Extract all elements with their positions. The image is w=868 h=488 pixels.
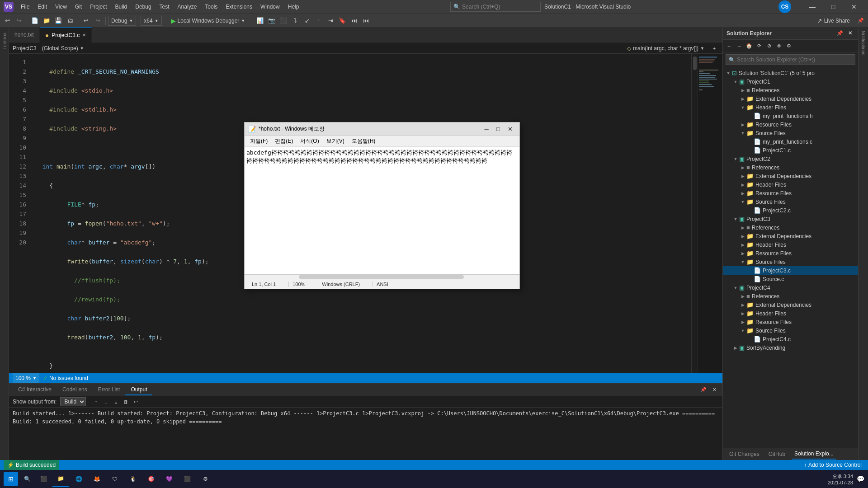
- notepad-menu-file[interactable]: 파일(F): [246, 136, 271, 146]
- se-refresh-btn[interactable]: ⟳: [755, 42, 764, 51]
- notepad-close-btn[interactable]: ✕: [504, 124, 516, 135]
- notepad-menu-help[interactable]: 도움말(H): [348, 136, 379, 146]
- se-close-btn[interactable]: ✕: [845, 29, 854, 38]
- user-avatar[interactable]: CS: [778, 0, 791, 13]
- c4-extdeps[interactable]: ▶ 📁 External Dependencies: [723, 300, 858, 309]
- se-forward-btn[interactable]: →: [735, 42, 744, 51]
- output-end-btn[interactable]: ⤓: [111, 397, 120, 406]
- taskbar-app3[interactable]: 🐧: [125, 471, 141, 487]
- step-over-btn[interactable]: ⤵: [290, 15, 301, 26]
- c3-resources[interactable]: ▶ 📁 Resource Files: [723, 249, 858, 258]
- menu-analyze[interactable]: Analyze: [174, 2, 201, 12]
- c2-resources[interactable]: ▶ 📁 Resource Files: [723, 189, 858, 197]
- open-file-btn[interactable]: 📁: [41, 15, 52, 26]
- bookmark-btn[interactable]: 🔖: [337, 15, 348, 26]
- tab-git-changes[interactable]: Git Changes: [726, 449, 762, 459]
- project-c2[interactable]: ▼ ▣ ProjectC2: [723, 155, 858, 163]
- project-c1[interactable]: ▼ ▣ ProjectC1: [723, 77, 858, 86]
- se-preview-btn[interactable]: 👁: [774, 42, 783, 51]
- menu-edit[interactable]: Edit: [34, 2, 51, 12]
- se-back-btn[interactable]: ←: [725, 42, 734, 51]
- notepad-scrollbar[interactable]: [245, 274, 519, 279]
- c3-source-c[interactable]: 📄 Source.c: [723, 275, 858, 283]
- se-search-input[interactable]: [737, 56, 852, 63]
- menu-file[interactable]: File: [17, 2, 33, 12]
- scroll-thumb[interactable]: [693, 56, 697, 70]
- project-sortby[interactable]: ▶ ▣ SortByAcending: [723, 343, 858, 352]
- pin-btn[interactable]: 📌: [855, 15, 866, 26]
- c2-sources[interactable]: ▼ 📁 Source Files: [723, 197, 858, 206]
- c2-main-c[interactable]: 📄 ProjectC2.c: [723, 206, 858, 215]
- menu-debug[interactable]: Debug: [132, 2, 155, 12]
- save-all-btn[interactable]: 🗂: [65, 15, 75, 26]
- breadcrumb-project[interactable]: ProjectC3: [13, 45, 37, 52]
- notepad-minimize-btn[interactable]: ─: [481, 124, 492, 135]
- se-filter-btn[interactable]: ⊘: [764, 42, 774, 51]
- output-wrap-btn[interactable]: ↩: [131, 397, 140, 406]
- output-clear-btn[interactable]: 🗑: [121, 397, 130, 406]
- scope-dropdown[interactable]: (Global Scope) ▼: [38, 45, 626, 52]
- se-pin-btn[interactable]: 📌: [835, 29, 844, 38]
- c4-main-c[interactable]: 📄 ProjectC4.c: [723, 335, 858, 343]
- c3-headers[interactable]: ▶ 📁 Header Files: [723, 240, 858, 249]
- taskbar-app1[interactable]: 🦊: [89, 471, 105, 487]
- c4-references[interactable]: ▶ ■ References: [723, 292, 858, 300]
- se-tree-view[interactable]: ▼ ⊡ Solution 'SolutionC1' (5 of 5 pro ▼ …: [723, 67, 858, 448]
- tab-github[interactable]: GitHub: [766, 449, 788, 459]
- bm-prev-btn[interactable]: ⏮: [360, 15, 371, 26]
- c1-references[interactable]: ▶ ■ References: [723, 86, 858, 94]
- c3-references[interactable]: ▶ ■ References: [723, 223, 858, 232]
- taskbar-edge[interactable]: 🌐: [71, 471, 87, 487]
- c3-sources[interactable]: ▼ 📁 Source Files: [723, 258, 858, 266]
- notification-center-btn[interactable]: 💬: [857, 475, 864, 483]
- menu-view[interactable]: View: [52, 2, 71, 12]
- menu-test[interactable]: Test: [156, 2, 173, 12]
- c4-sources[interactable]: ▼ 📁 Source Files: [723, 326, 858, 335]
- notepad-menu-view[interactable]: 보기(V): [323, 136, 348, 146]
- breakpoint-btn[interactable]: ⬛: [278, 15, 289, 26]
- new-file-btn[interactable]: 📄: [29, 15, 40, 26]
- taskbar-app2[interactable]: 🛡: [107, 471, 123, 487]
- menu-tools[interactable]: Tools: [201, 2, 221, 12]
- forward-btn[interactable]: ↪: [14, 15, 24, 26]
- taskbar-app5[interactable]: ⚙: [197, 471, 213, 487]
- notepad-dialog[interactable]: 📝 *hoho.txt - Windows 메모장 ─ □ ✕ 파일(F) 편집…: [244, 122, 520, 289]
- project-c3[interactable]: ▼ ▣ ProjectC3: [723, 215, 858, 223]
- debug-config-dropdown[interactable]: Debug ▼: [108, 16, 136, 26]
- project-c4[interactable]: ▼ ▣ ProjectC4: [723, 283, 858, 292]
- search-taskbar-btn[interactable]: 🔍: [20, 472, 34, 486]
- taskbar-vs[interactable]: 💜: [161, 471, 177, 487]
- tab-cs-interactive[interactable]: C# Interactive: [13, 385, 57, 395]
- func-dropdown[interactable]: ◇ main(int argc, char * argv[]) ▼: [627, 45, 708, 52]
- se-search-box[interactable]: 🔍: [726, 54, 855, 65]
- zoom-control[interactable]: 100 % ▼: [13, 373, 39, 383]
- se-settings-btn[interactable]: ⚙: [784, 42, 793, 51]
- menu-help[interactable]: Help: [284, 2, 303, 12]
- tab-projectc3[interactable]: ● ProjectC3.c ✕: [40, 27, 92, 43]
- taskbar-terminal[interactable]: ⬛: [179, 471, 195, 487]
- notepad-maximize-btn[interactable]: □: [492, 124, 504, 135]
- source-control-btn[interactable]: ↑ Add to Source Control: [801, 460, 864, 470]
- editor-scrollbar[interactable]: [691, 54, 698, 373]
- tab-hoho[interactable]: hoho.txt: [9, 27, 40, 43]
- menu-git[interactable]: Git: [71, 2, 85, 12]
- c3-extdeps[interactable]: ▶ 📁 External Dependencies: [723, 232, 858, 240]
- start-button[interactable]: ⊞: [4, 472, 18, 486]
- run-debugger-btn[interactable]: ▶ Local Windows Debugger ▼: [166, 15, 250, 26]
- output-up-btn[interactable]: ↑: [91, 397, 100, 406]
- solution-root[interactable]: ▼ ⊡ Solution 'SolutionC1' (5 of 5 pro: [723, 69, 858, 77]
- menu-build[interactable]: Build: [112, 2, 131, 12]
- minimize-button[interactable]: —: [802, 0, 823, 14]
- c1-headers[interactable]: ▼ 📁 Header Files: [723, 103, 858, 112]
- notepad-hscroll-thumb[interactable]: [299, 275, 464, 279]
- bm-next-btn[interactable]: ⏭: [349, 15, 359, 26]
- c1-sources[interactable]: ▼ 📁 Source Files: [723, 129, 858, 137]
- panel-close-btn[interactable]: ✕: [710, 385, 719, 394]
- maximize-button[interactable]: □: [823, 0, 844, 14]
- tab-solution-explorer[interactable]: Solution Explo...: [792, 449, 836, 460]
- menu-window[interactable]: Window: [257, 2, 283, 12]
- tab-codelens[interactable]: CodeLens: [57, 385, 93, 395]
- step-out-btn[interactable]: ↑: [313, 15, 324, 26]
- taskbar-time[interactable]: 오후 3:34 2021-07-28: [828, 473, 853, 485]
- tab-close-btn[interactable]: ✕: [82, 33, 86, 38]
